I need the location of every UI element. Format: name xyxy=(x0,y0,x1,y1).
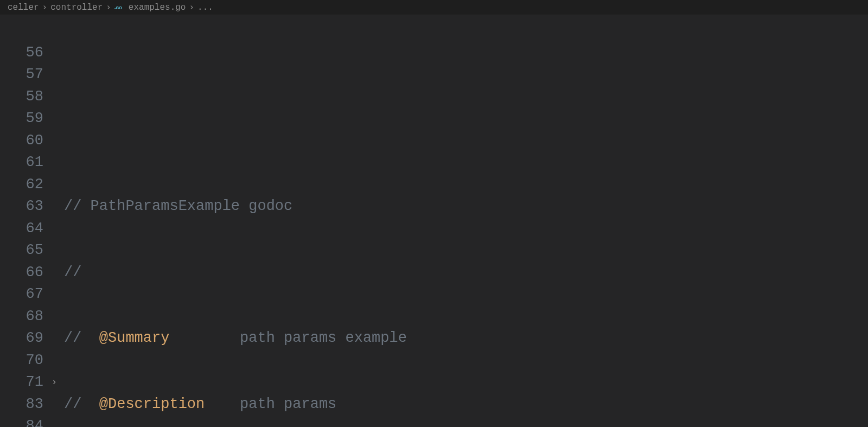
fold-marker xyxy=(49,393,60,416)
code-editor[interactable]: 56 57 58 59 60 61 62 63 64 65 66 67 68 6… xyxy=(0,15,868,427)
code-line xyxy=(64,130,868,152)
fold-marker xyxy=(49,415,60,427)
code-area[interactable]: // PathParamsExample godoc // // @Summar… xyxy=(60,15,868,427)
fold-marker xyxy=(49,305,60,328)
fold-marker xyxy=(49,239,60,262)
line-number: 63 xyxy=(0,195,49,218)
fold-marker xyxy=(49,151,60,174)
line-number: 65 xyxy=(0,239,49,262)
fold-marker xyxy=(49,327,60,349)
line-number: 83 xyxy=(0,393,49,416)
fold-marker xyxy=(49,283,60,305)
fold-marker xyxy=(49,195,60,218)
line-number: 84 xyxy=(0,415,49,427)
breadcrumb-item-more[interactable]: ... xyxy=(197,3,213,12)
line-number: 61 xyxy=(0,151,49,174)
svg-text:-GO: -GO xyxy=(114,5,122,10)
fold-marker xyxy=(49,218,60,240)
fold-column: › xyxy=(49,15,60,427)
line-number: 71 xyxy=(0,371,49,393)
code-line: // @Summary path params example xyxy=(64,327,868,349)
breadcrumb: celler › controller › -GO examples.go › … xyxy=(0,0,868,15)
go-file-icon: -GO xyxy=(114,4,125,11)
fold-marker xyxy=(49,130,60,152)
line-number: 59 xyxy=(0,107,49,130)
line-number: 58 xyxy=(0,86,49,108)
code-line: // PathParamsExample godoc xyxy=(64,195,868,218)
line-number: 66 xyxy=(0,262,49,284)
line-number: 56 xyxy=(0,42,49,64)
chevron-right-icon: › xyxy=(189,3,194,12)
line-number: 68 xyxy=(0,305,49,328)
line-number: 70 xyxy=(0,349,49,372)
breadcrumb-item-file[interactable]: examples.go xyxy=(129,3,186,12)
fold-marker xyxy=(49,107,60,130)
code-line: // xyxy=(64,262,868,284)
breadcrumb-item-celler[interactable]: celler xyxy=(8,3,39,12)
fold-marker xyxy=(49,63,60,86)
line-number: 69 xyxy=(0,327,49,349)
fold-expand-icon[interactable]: › xyxy=(49,371,60,393)
fold-marker xyxy=(49,174,60,196)
line-number: 62 xyxy=(0,174,49,196)
breadcrumb-item-controller[interactable]: controller xyxy=(50,3,103,12)
line-number: 60 xyxy=(0,130,49,152)
code-line xyxy=(64,63,868,86)
line-number: 67 xyxy=(0,283,49,305)
fold-marker xyxy=(49,86,60,108)
line-number: 64 xyxy=(0,218,49,240)
code-line: // @Description path params xyxy=(64,393,868,416)
line-number: 57 xyxy=(0,63,49,86)
chevron-right-icon: › xyxy=(42,3,48,12)
fold-marker xyxy=(49,262,60,284)
chevron-right-icon: › xyxy=(106,3,111,12)
line-gutter: 56 57 58 59 60 61 62 63 64 65 66 67 68 6… xyxy=(0,15,49,427)
fold-marker xyxy=(49,20,60,42)
fold-marker xyxy=(49,42,60,64)
fold-marker xyxy=(49,349,60,372)
line-number xyxy=(0,20,49,42)
